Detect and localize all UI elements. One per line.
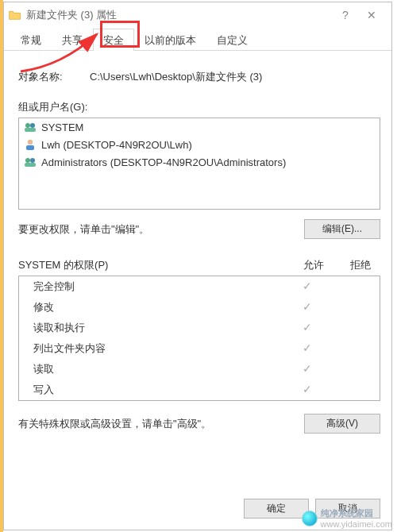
permission-row: 读取 ✓ [19,359,380,380]
edit-button[interactable]: 编辑(E)... [304,219,380,239]
permission-row: 修改 ✓ [19,297,380,318]
list-item[interactable]: Lwh (DESKTOP-4N9R2OU\Lwh) [19,136,380,153]
tab-general[interactable]: 常规 [10,29,52,51]
deny-cell [333,300,373,314]
group-icon [24,156,37,168]
allow-check-icon: ✓ [281,321,333,335]
svg-point-5 [25,158,30,163]
permission-row: 完全控制 ✓ [19,276,380,297]
tab-strip: 常规 共享 安全 以前的版本 自定义 [4,28,391,51]
titlebar: 新建文件夹 (3) 属性 ? ✕ [4,2,391,28]
groups-listbox[interactable]: SYSTEM Lwh (DESKTOP-4N9R2OU\Lwh) Adminis… [18,118,380,210]
advanced-hint: 有关特殊权限或高级设置，请单击"高级"。 [18,417,304,431]
watermark-url: www.yidaimei.com [321,519,392,529]
allow-check-icon: ✓ [281,362,333,376]
content-area: 对象名称: C:\Users\Lwh\Desktop\新建文件夹 (3) 组或用… [4,51,391,434]
deny-cell [333,279,373,294]
deny-cell [333,341,373,356]
permission-name: 读取和执行 [25,321,281,335]
permissions-for-label: SYSTEM 的权限(P) [18,258,287,272]
permission-name: 读取 [25,362,281,376]
folder-icon [9,10,21,21]
svg-rect-2 [25,128,36,132]
object-name-label: 对象名称: [18,70,90,84]
permission-row: 写入 ✓ [19,380,380,400]
allow-check-icon: ✓ [281,300,333,314]
group-icon [24,121,37,133]
user-icon [24,138,37,151]
advanced-button[interactable]: 高级(V) [304,414,380,434]
watermark: 纯净系统家园 www.yidaimei.com [302,507,392,529]
ok-button[interactable]: 确定 [244,499,309,519]
permission-row: 读取和执行 ✓ [19,318,380,338]
svg-point-1 [30,123,35,128]
svg-point-6 [30,158,35,163]
advanced-row: 有关特殊权限或高级设置，请单击"高级"。 高级(V) [18,414,380,434]
principal-name: Lwh (DESKTOP-4N9R2OU\Lwh) [41,139,192,151]
principal-name: Administrators (DESKTOP-4N9R2OU\Administ… [41,156,286,168]
permission-row: 列出文件夹内容 ✓ [19,338,380,359]
svg-rect-4 [26,145,34,150]
list-item[interactable]: Administrators (DESKTOP-4N9R2OU\Administ… [19,153,380,171]
permissions-header: SYSTEM 的权限(P) 允许 拒绝 [18,258,380,272]
deny-column-header: 拒绝 [341,258,380,272]
watermark-logo-icon [302,511,318,526]
watermark-title: 纯净系统家园 [321,507,392,519]
tab-customize[interactable]: 自定义 [206,29,258,51]
list-item[interactable]: SYSTEM [19,118,380,136]
groups-label: 组或用户名(G): [18,100,380,114]
deny-cell [333,321,373,335]
permission-name: 修改 [25,300,281,314]
object-path: C:\Users\Lwh\Desktop\新建文件夹 (3) [90,70,380,84]
close-button[interactable]: ✕ [357,9,387,21]
object-name-row: 对象名称: C:\Users\Lwh\Desktop\新建文件夹 (3) [18,70,380,84]
tab-previous-versions[interactable]: 以前的版本 [134,29,206,51]
permission-name: 写入 [25,383,281,397]
allow-check-icon: ✓ [281,383,333,397]
svg-point-3 [28,140,33,145]
deny-cell [333,383,373,397]
permission-name: 完全控制 [25,279,281,294]
allow-check-icon: ✓ [281,279,333,294]
svg-rect-7 [25,163,36,167]
window-title: 新建文件夹 (3) 属性 [26,8,334,22]
permissions-table: 完全控制 ✓ 修改 ✓ 读取和执行 ✓ 列出文件夹内容 ✓ 读取 ✓ [18,276,380,401]
principal-name: SYSTEM [41,121,83,133]
allow-column-header: 允许 [287,258,341,272]
properties-dialog: 新建文件夹 (3) 属性 ? ✕ 常规 共享 安全 以前的版本 自定义 对象名称… [3,2,392,530]
deny-cell [333,362,373,376]
allow-check-icon: ✓ [281,341,333,356]
help-button[interactable]: ? [334,9,357,21]
tab-sharing[interactable]: 共享 [52,29,93,51]
tab-security[interactable]: 安全 [93,29,134,51]
svg-point-0 [25,123,30,128]
permission-name: 列出文件夹内容 [25,341,281,356]
